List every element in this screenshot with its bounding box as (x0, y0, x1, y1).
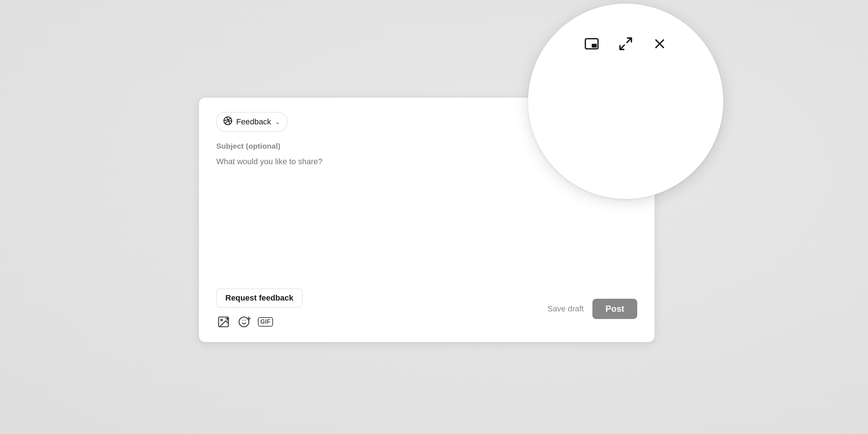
bottom-toolbar: Request feedback (216, 289, 637, 329)
zoom-circle-inner (528, 4, 723, 199)
gif-icon[interactable]: GIF (258, 315, 273, 329)
feedback-dropdown-label: Feedback (236, 117, 271, 127)
image-add-icon[interactable] (216, 315, 231, 329)
expand-icon-button[interactable] (618, 36, 633, 51)
svg-point-2 (221, 319, 223, 321)
feedback-dropdown-button[interactable]: Feedback ⌄ (216, 112, 287, 132)
zoom-icons-row (584, 36, 667, 51)
close-icon-button[interactable] (652, 36, 667, 51)
request-feedback-button[interactable]: Request feedback (216, 289, 302, 307)
bottom-right: Save draft Post (548, 299, 637, 319)
pip-icon-button[interactable] (584, 36, 599, 51)
media-icons-row: GIF (216, 315, 302, 329)
emoji-add-icon[interactable] (237, 315, 252, 329)
svg-rect-11 (592, 44, 597, 48)
zoom-circle-overlay (528, 4, 723, 199)
scene: Feedback ⌄ Subject (optional) Request fe… (181, 54, 687, 380)
feedback-link-icon (223, 116, 233, 128)
post-button[interactable]: Post (592, 299, 637, 319)
bottom-left: Request feedback (216, 289, 302, 329)
save-draft-button[interactable]: Save draft (548, 304, 584, 314)
chevron-down-icon: ⌄ (275, 118, 280, 126)
gif-label: GIF (258, 317, 273, 327)
